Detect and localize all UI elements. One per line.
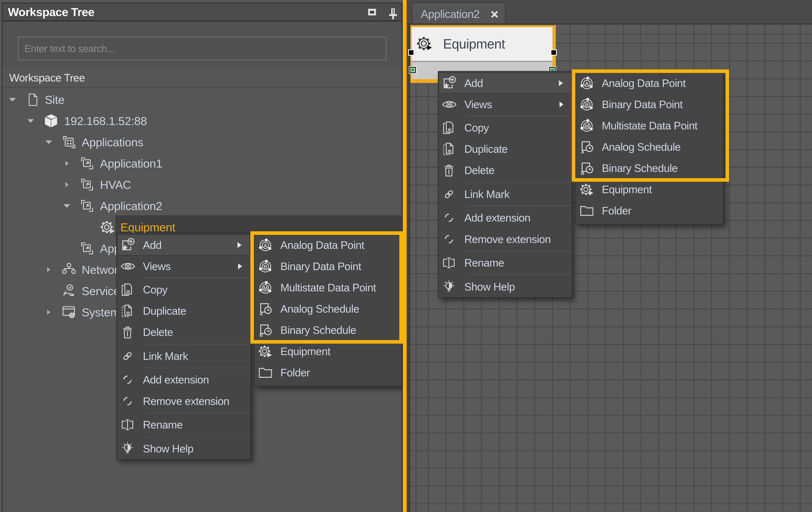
svg-text:A: A xyxy=(260,311,263,316)
svg-text:A: A xyxy=(585,81,589,86)
svg-text:A: A xyxy=(581,149,584,154)
svg-text:B: B xyxy=(585,102,589,108)
svg-text:B: B xyxy=(263,264,267,269)
svg-text:B: B xyxy=(260,333,263,338)
svg-text:M: M xyxy=(585,123,589,129)
svg-text:A: A xyxy=(263,243,267,248)
svg-text:B: B xyxy=(581,171,584,176)
svg-text:M: M xyxy=(263,285,268,291)
